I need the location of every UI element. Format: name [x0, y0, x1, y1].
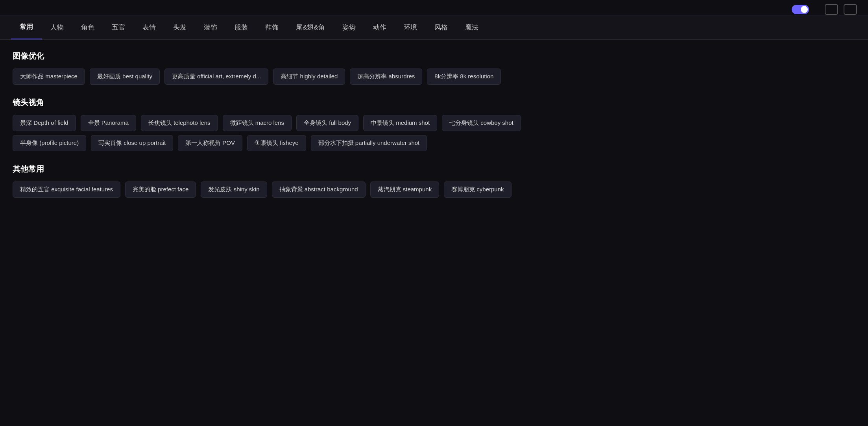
tab-accessory[interactable]: 装饰: [195, 16, 226, 39]
tab-role[interactable]: 角色: [72, 16, 103, 39]
tag-chip[interactable]: 蒸汽朋克 steampunk: [370, 182, 440, 198]
tag-chip[interactable]: 中景镜头 medium shot: [363, 115, 437, 131]
header-right: [786, 4, 857, 15]
tag-chip[interactable]: 鱼眼镜头 fisheye: [247, 135, 306, 151]
section-title-lens-view: 镜头视角: [13, 97, 855, 108]
tag-chip[interactable]: 抽象背景 abstract background: [272, 182, 366, 198]
section-title-image-quality: 图像优化: [13, 51, 855, 61]
tag-chip[interactable]: 微距镜头 macro lens: [223, 115, 292, 131]
tag-chip[interactable]: 半身像 (profile picture): [13, 135, 86, 151]
tag-chip[interactable]: 8k分辨率 8k resolution: [427, 69, 501, 85]
tag-chip[interactable]: 超高分辨率 absurdres: [350, 69, 422, 85]
tab-bar: 常用人物角色五官表情头发装饰服装鞋饰尾&翅&角姿势动作环境风格魔法: [0, 15, 868, 40]
tag-chip[interactable]: 赛博朋克 cyberpunk: [444, 182, 511, 198]
tag-chip[interactable]: 发光皮肤 shiny skin: [201, 182, 267, 198]
tag-chip[interactable]: 大师作品 masterpiece: [13, 69, 85, 85]
tag-chip[interactable]: 景深 Depth of field: [13, 115, 76, 131]
tab-expression[interactable]: 表情: [134, 16, 164, 39]
tab-clothing[interactable]: 服装: [226, 16, 257, 39]
tag-chip[interactable]: 部分水下拍摄 partially underwater shot: [311, 135, 427, 151]
section-lens-view: 镜头视角景深 Depth of field全景 Panorama长焦镜头 tel…: [13, 97, 855, 151]
tab-person[interactable]: 人物: [42, 16, 72, 39]
add-weight-button[interactable]: [814, 8, 819, 11]
brace-button[interactable]: [844, 4, 857, 15]
tag-row-other-common-0: 精致的五官 exquisite facial features完美的脸 pref…: [13, 182, 855, 198]
tag-row-lens-view-1: 半身像 (profile picture)写实肖像 close up portr…: [13, 135, 855, 151]
tab-common[interactable]: 常用: [11, 15, 42, 39]
tab-hair[interactable]: 头发: [164, 16, 195, 39]
main-content: 图像优化大师作品 masterpiece最好画质 best quality更高质…: [0, 40, 868, 221]
tab-magic[interactable]: 魔法: [456, 16, 487, 39]
section-image-quality: 图像优化大师作品 masterpiece最好画质 best quality更高质…: [13, 51, 855, 85]
tab-environment[interactable]: 环境: [395, 16, 426, 39]
section-other-common: 其他常用精致的五官 exquisite facial features完美的脸 …: [13, 164, 855, 198]
tag-chip[interactable]: 第一人称视角 POV: [178, 135, 242, 151]
tag-chip[interactable]: 高细节 highly detailed: [273, 69, 345, 85]
tag-chip[interactable]: 全景 Panorama: [81, 115, 136, 131]
tag-chip[interactable]: 七分身镜头 cowboy shot: [442, 115, 521, 131]
tag-chip[interactable]: 完美的脸 prefect face: [125, 182, 196, 198]
lang-toggle[interactable]: [792, 5, 809, 14]
tag-chip[interactable]: 全身镜头 full body: [296, 115, 358, 131]
tag-chip[interactable]: 写实肖像 close up portrait: [91, 135, 173, 151]
tab-style[interactable]: 风格: [426, 16, 456, 39]
tab-action[interactable]: 动作: [364, 16, 395, 39]
section-title-other-common: 其他常用: [13, 164, 855, 174]
tab-tail[interactable]: 尾&翅&角: [287, 16, 334, 39]
tag-row-lens-view-0: 景深 Depth of field全景 Panorama长焦镜头 telepho…: [13, 115, 855, 131]
tag-chip[interactable]: 长焦镜头 telephoto lens: [141, 115, 218, 131]
paren-button[interactable]: [825, 4, 838, 15]
tag-chip[interactable]: 更高质量 official art, extremely d...: [164, 69, 268, 85]
header: [0, 0, 868, 15]
tab-facial[interactable]: 五官: [103, 16, 134, 39]
tag-chip[interactable]: 精致的五官 exquisite facial features: [13, 182, 120, 198]
tab-shoes[interactable]: 鞋饰: [257, 16, 287, 39]
tag-chip[interactable]: 最好画质 best quality: [90, 69, 160, 85]
tab-pose[interactable]: 姿势: [334, 16, 364, 39]
nav-left: [11, 7, 20, 11]
tag-row-image-quality-0: 大师作品 masterpiece最好画质 best quality更高质量 of…: [13, 69, 855, 85]
